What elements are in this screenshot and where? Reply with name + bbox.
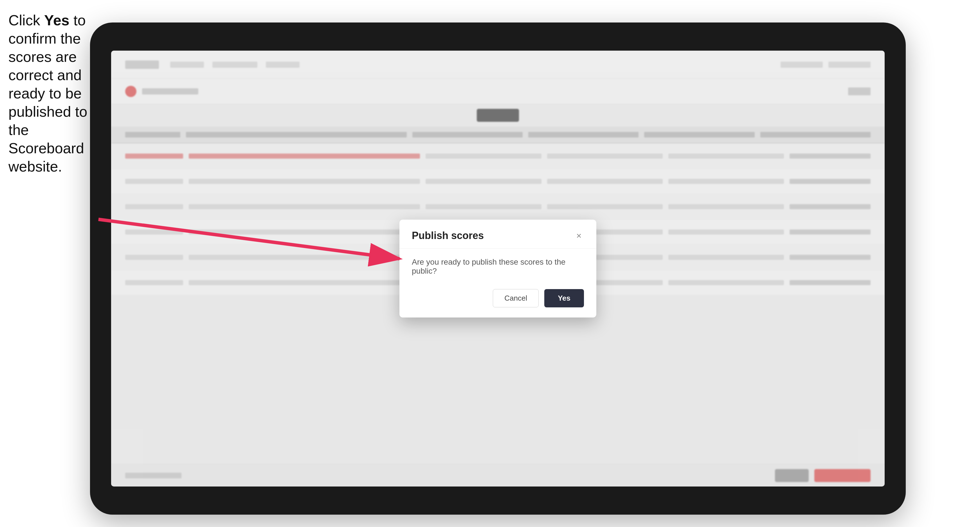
modal-body: Are you ready to publish these scores to…: [399, 249, 596, 317]
modal-message: Are you ready to publish these scores to…: [412, 257, 584, 276]
modal-header: Publish scores ×: [399, 220, 596, 249]
tablet-screen: Publish scores × Are you ready to publis…: [111, 51, 885, 486]
modal-actions: Cancel Yes: [412, 289, 584, 307]
instruction-bold: Yes: [44, 12, 70, 29]
instruction-part2: to confirm the scores are correct and re…: [8, 12, 87, 175]
modal-title: Publish scores: [412, 230, 484, 241]
modal-close-button[interactable]: ×: [574, 230, 584, 241]
instruction-text: Click Yes to confirm the scores are corr…: [8, 11, 90, 176]
publish-scores-modal: Publish scores × Are you ready to publis…: [399, 220, 596, 317]
tablet-device: Publish scores × Are you ready to publis…: [90, 22, 906, 514]
modal-overlay: Publish scores × Are you ready to publis…: [111, 51, 885, 486]
yes-button[interactable]: Yes: [544, 289, 584, 307]
cancel-button[interactable]: Cancel: [493, 289, 539, 307]
instruction-part1: Click: [8, 12, 44, 29]
